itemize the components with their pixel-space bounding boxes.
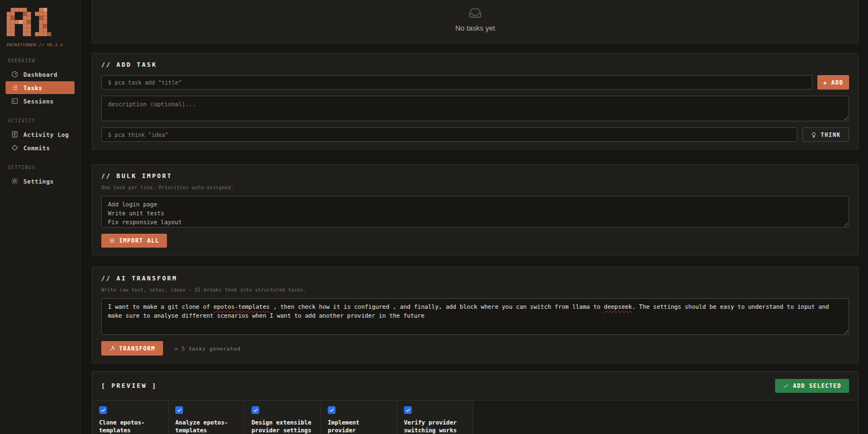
bulk-import-hint: One task per line. Priorities auto-assig… [101, 185, 849, 190]
preview-title: [ PREVIEW ] [101, 382, 157, 389]
sidebar-item-activity-log[interactable]: Activity Log [6, 128, 75, 141]
sidebar-item-label: Activity Log [23, 131, 69, 138]
brand-version: POCKETCODER // V0.2.4 [7, 43, 73, 47]
empty-state-message: No tasks yet [455, 24, 495, 32]
preview-task-card[interactable]: Clone epotos-templates repository Git cl… [92, 401, 169, 434]
file-text-icon [11, 131, 18, 138]
gauge-icon [11, 71, 18, 78]
task-title: Clone epotos-templates repository [99, 418, 161, 434]
preview-task-card[interactable]: Analyze epotos-templates configuration R… [169, 401, 245, 434]
sidebar-item-label: Commits [23, 145, 50, 151]
inbox-icon [468, 7, 482, 20]
plus-icon: + [823, 80, 827, 86]
sidebar-item-dashboard[interactable]: Dashboard [6, 68, 75, 81]
add-task-card: // ADD TASK +ADD THINK [92, 53, 859, 150]
sidebar-item-label: Sessions [23, 98, 54, 105]
terminal-icon [11, 97, 18, 105]
preview-card: [ PREVIEW ] ADD SELECTED Clone epotos-te… [92, 371, 859, 434]
task-title: Analyze epotos-templates configuration [175, 418, 238, 434]
ai-transform-hint: Write raw text, notes, ideas — AI breaks… [101, 287, 849, 293]
transform-status: > 5 tasks generated [175, 346, 240, 352]
sidebar-item-sessions[interactable]: Sessions [6, 95, 75, 107]
add-task-button[interactable]: +ADD [817, 75, 849, 90]
add-task-title: // ADD TASK [101, 61, 849, 68]
task-description-input[interactable] [101, 96, 849, 121]
pocketcoder-logo [7, 8, 51, 36]
add-selected-button[interactable]: ADD SELECTED [775, 379, 849, 393]
task-title: Design extensible provider settings arch… [251, 418, 314, 434]
tasks-empty-card: No tasks yet [92, 0, 859, 43]
list-icon [11, 84, 18, 91]
think-input[interactable] [101, 127, 797, 142]
list-lines-icon [109, 238, 115, 244]
check-icon [783, 383, 789, 389]
sidebar-item-commits[interactable]: Commits [6, 141, 75, 154]
task-checkbox[interactable] [251, 406, 259, 414]
sidebar-item-label: Tasks [23, 85, 42, 91]
ai-transform-card: // AI TRANSFORM Write raw text, notes, i… [92, 267, 859, 363]
transform-button[interactable]: TRANSFORM [101, 341, 163, 356]
preview-task-card[interactable]: Implement provider switching UI block Ad… [321, 401, 397, 434]
think-button[interactable]: THINK [802, 127, 849, 142]
bulk-import-title: // BULK IMPORT [101, 172, 849, 180]
ai-transform-title: // AI TRANSFORM [101, 275, 849, 282]
commit-icon [11, 144, 18, 151]
bulk-import-input[interactable]: Add login page Write unit tests Fix resp… [101, 196, 849, 228]
task-checkbox[interactable] [175, 406, 183, 414]
wand-icon [109, 346, 115, 352]
preview-task-list: Clone epotos-templates repository Git cl… [92, 400, 858, 434]
task-checkbox[interactable] [404, 406, 412, 414]
gear-icon [11, 177, 18, 185]
task-checkbox[interactable] [99, 406, 107, 414]
sidebar-item-label: Settings [23, 178, 54, 185]
task-title-input[interactable] [101, 75, 812, 90]
main-content: No tasks yet // ADD TASK +ADD THINK // B… [92, 0, 859, 434]
sidebar-item-settings[interactable]: Settings [6, 175, 75, 188]
sidebar-item-tasks[interactable]: Tasks [6, 81, 75, 94]
lightbulb-icon [811, 132, 817, 138]
sidebar-section-label: OVERVIEW [8, 58, 72, 63]
sidebar: POCKETCODER // V0.2.4 OVERVIEW Dashboard… [0, 0, 81, 434]
sidebar-section-label: ACTIVITY [8, 119, 72, 124]
sidebar-item-label: Dashboard [23, 71, 57, 78]
preview-task-card[interactable]: Design extensible provider settings arch… [245, 401, 321, 434]
bulk-import-card: // BULK IMPORT One task per line. Priori… [92, 164, 859, 255]
task-title: Verify provider switching works end-to-e… [404, 418, 466, 434]
task-title: Implement provider switching UI block [328, 418, 390, 434]
preview-task-card[interactable]: Verify provider switching works end-to-e… [397, 401, 474, 434]
ai-transform-input[interactable]: I want to make a git clone of epotos-tem… [101, 298, 849, 335]
sidebar-section-label: SETTINGS [8, 165, 72, 170]
logo-block: POCKETCODER // V0.2.4 [6, 7, 75, 47]
import-all-button[interactable]: IMPORT ALL [101, 234, 167, 248]
task-checkbox[interactable] [328, 406, 336, 414]
sidebar-nav: OVERVIEW Dashboard Tasks Sessions ACTIVI… [6, 58, 75, 188]
